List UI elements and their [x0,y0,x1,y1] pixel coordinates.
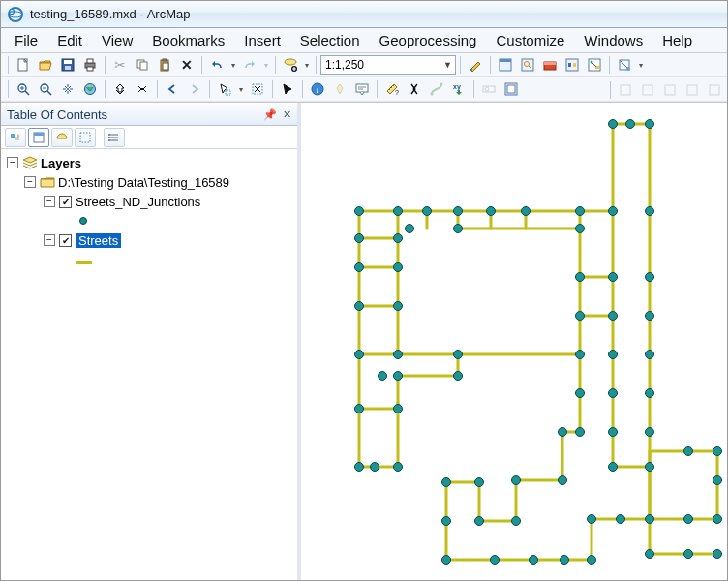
zoom-in-icon[interactable] [13,78,34,100]
toc-layer-streets[interactable]: − Streets [5,230,297,250]
find-route-icon[interactable] [426,78,447,100]
map-canvas[interactable] [301,103,727,581]
editor-toolbar-icon[interactable] [465,54,486,76]
collapse-icon[interactable]: − [7,157,18,168]
svg-rect-18 [500,59,511,62]
arctoolbox-icon[interactable] [539,54,561,76]
python-window-icon[interactable] [561,54,583,76]
svg-point-41 [440,83,443,86]
svg-point-154 [512,476,521,485]
menu-selection[interactable]: Selection [290,29,370,51]
grip [8,80,9,98]
menu-geoprocessing[interactable]: Geoprocessing [370,29,487,51]
collapse-icon[interactable]: − [24,176,36,188]
select-features-icon[interactable] [214,78,235,100]
menu-insert[interactable]: Insert [234,29,290,51]
svg-text:xy: xy [453,83,461,91]
menu-edit[interactable]: Edit [47,29,92,51]
collapse-icon[interactable]: − [44,234,55,246]
undo-dropdown[interactable]: ▾ [228,61,238,70]
toc-symbol-streets[interactable] [5,250,297,269]
full-extent-icon[interactable] [79,78,101,100]
add-data-dropdown[interactable]: ▾ [302,61,312,70]
create-viewer-icon[interactable] [500,78,522,100]
goto-xy-icon[interactable]: xy [448,78,470,100]
na-btn2-icon[interactable] [637,79,658,101]
back-extent-icon[interactable] [162,78,183,100]
toc-options-icon[interactable] [104,128,125,147]
catalog-icon[interactable] [495,54,516,76]
menu-customize[interactable]: Customize [486,29,574,51]
search-window-icon[interactable] [517,54,538,76]
cut-icon[interactable]: ✂ [109,54,131,76]
chevron-down-icon[interactable]: ▼ [440,60,455,70]
delete-icon[interactable]: ✕ [176,54,197,76]
add-data-icon[interactable] [280,54,301,76]
map-scale-combo[interactable]: 1:1,250 ▼ [320,55,456,75]
fixed-zoom-out-icon[interactable] [132,78,153,100]
grip [8,56,9,74]
collapse-icon[interactable]: − [44,196,55,207]
pan-icon[interactable] [57,78,78,100]
toc-symbol-junctions[interactable] [5,211,297,230]
toc-tab-selection[interactable] [75,128,96,147]
separator [201,56,202,74]
autohide-icon[interactable]: 📌 [263,108,277,121]
html-popup-icon[interactable] [351,78,373,100]
redo-icon[interactable] [239,54,260,76]
hyperlink-icon[interactable] [329,78,350,100]
toc-panel: Table Of Contents 📌 ✕ − Layers − D:\ [1,103,301,581]
menu-windows[interactable]: Windows [574,29,652,51]
toc-tab-visibility[interactable] [51,128,73,147]
save-icon[interactable] [57,54,78,76]
select-elements-icon[interactable] [277,78,298,100]
na-btn5-icon[interactable] [704,79,725,101]
na-btn4-icon[interactable] [682,79,703,101]
select-features-dropdown[interactable]: ▾ [236,85,246,94]
menu-help[interactable]: Help [652,29,702,51]
toc-root-layers[interactable]: − Layers [5,153,297,172]
menu-file[interactable]: File [5,29,47,51]
time-slider-icon[interactable] [478,78,500,100]
toc-dataset[interactable]: − D:\Testing Data\Testing_16589 [5,172,297,192]
find-icon[interactable] [404,78,425,100]
na-proj-dropdown[interactable]: ▾ [636,61,646,70]
toc-tab-source[interactable] [28,128,49,147]
paste-icon[interactable] [154,54,175,76]
open-icon[interactable] [35,54,56,76]
measure-icon[interactable]: ? [381,78,403,100]
fixed-zoom-in-icon[interactable] [109,78,131,100]
new-doc-icon[interactable] [13,54,34,76]
menu-view[interactable]: View [92,29,142,51]
modelbuilder-icon[interactable] [584,54,605,76]
toc-layer-junctions[interactable]: − Streets_ND_Junctions [5,192,297,211]
toc-header[interactable]: Table Of Contents 📌 ✕ [1,103,297,126]
clear-selection-icon[interactable] [247,78,268,100]
undo-icon[interactable] [206,54,228,76]
toc-tab-drawing-order[interactable] [5,128,26,147]
svg-rect-37 [356,84,368,92]
menu-bookmarks[interactable]: Bookmarks [142,29,234,51]
svg-point-59 [108,139,110,141]
print-icon[interactable] [79,54,101,76]
forward-extent-icon[interactable] [184,78,205,100]
close-icon[interactable]: ✕ [283,108,291,121]
na-btn1-icon[interactable] [615,79,636,101]
na-proj-icon[interactable] [614,54,635,76]
svg-point-118 [355,302,364,311]
svg-point-147 [646,389,654,398]
na-btn3-icon[interactable] [659,79,681,101]
identify-icon[interactable]: i [307,78,328,100]
svg-point-123 [394,263,403,272]
zoom-out-icon[interactable] [35,78,56,100]
layer-visibility-checkbox[interactable] [59,196,72,208]
layer-visibility-checkbox[interactable] [59,234,72,247]
svg-point-107 [454,207,463,216]
redo-dropdown[interactable]: ▾ [261,61,271,70]
svg-rect-22 [544,62,556,65]
svg-rect-16 [470,69,472,71]
window-title: testing_16589.mxd - ArcMap [30,7,190,21]
svg-point-121 [355,463,364,472]
svg-point-124 [394,302,403,311]
copy-icon[interactable] [132,54,153,76]
